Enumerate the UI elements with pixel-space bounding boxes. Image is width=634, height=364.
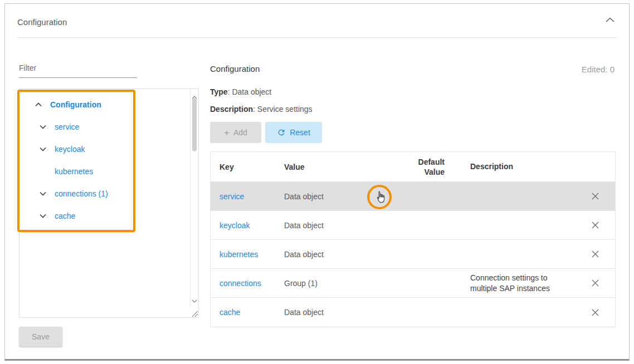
plus-icon: +: [224, 128, 230, 137]
tree-scrollbar[interactable]: [190, 89, 198, 307]
delete-row-button[interactable]: [590, 249, 601, 259]
type-value: : Data object: [228, 87, 272, 96]
tree-item-label: cache: [55, 211, 75, 220]
tree-item-label: service: [55, 122, 79, 131]
scrollbar-thumb[interactable]: [192, 98, 197, 151]
table-row-connections[interactable]: connections Group (1) Connection setting…: [211, 269, 615, 298]
chevron-down-icon[interactable]: [40, 191, 50, 196]
chevron-down-icon[interactable]: [40, 147, 50, 151]
tree-item-label: connections (1): [55, 189, 108, 198]
tree-item-kubernetes[interactable]: kubernetes: [19, 160, 198, 183]
description-line: Description: Service settings: [210, 105, 313, 114]
edited-counter: Edited: 0: [582, 65, 615, 74]
resize-grip[interactable]: [190, 309, 198, 317]
scroll-down-icon[interactable]: [192, 295, 197, 305]
table-row-cache[interactable]: cache Data object: [211, 298, 615, 327]
column-header-key: Key: [211, 163, 284, 171]
tree-item-keycloak[interactable]: keycloak: [19, 138, 198, 160]
chevron-down-icon[interactable]: [40, 214, 50, 218]
close-icon: [591, 221, 599, 229]
row-key[interactable]: keycloak: [211, 221, 284, 230]
tree-item-service[interactable]: service: [19, 116, 198, 138]
tree-item-label: keycloak: [55, 145, 85, 154]
table-row-service[interactable]: service Data object: [211, 182, 615, 211]
collapse-panel-button[interactable]: [606, 17, 615, 22]
table-row-keycloak[interactable]: keycloak Data object: [211, 211, 615, 240]
header-divider: [17, 37, 617, 38]
type-line: Type: Data object: [210, 87, 271, 96]
type-label: Type: [210, 87, 228, 96]
row-key[interactable]: service: [211, 192, 284, 201]
row-key[interactable]: cache: [211, 308, 284, 317]
row-key[interactable]: kubernetes: [211, 250, 284, 259]
selected-node-title: Configuration: [210, 64, 260, 73]
delete-row-button[interactable]: [590, 307, 601, 318]
refresh-icon: [277, 128, 286, 137]
add-button[interactable]: + Add: [210, 122, 261, 143]
row-description: Connection settings to multiple SAP inst…: [445, 273, 575, 294]
column-header-default-value: Default Value: [403, 157, 445, 177]
column-header-value: Value: [284, 163, 403, 171]
close-icon: [591, 250, 599, 258]
description-value: : Service settings: [253, 105, 313, 114]
reset-button[interactable]: Reset: [265, 122, 322, 143]
tree-item-configuration[interactable]: Configuration: [19, 94, 198, 116]
row-value: Group (1): [284, 279, 403, 288]
panel-title: Configuration: [17, 17, 67, 27]
close-icon: [591, 279, 599, 287]
save-button[interactable]: Save: [19, 327, 62, 347]
chevron-up-icon[interactable]: [35, 102, 46, 107]
delete-row-button[interactable]: [590, 220, 601, 230]
table-header-row: Key Value Default Value Description: [211, 152, 615, 182]
tree-item-label: kubernetes: [55, 167, 93, 176]
reset-button-label: Reset: [290, 128, 310, 137]
delete-row-button[interactable]: [590, 278, 601, 288]
configuration-panel: Configuration Configuration service keyc…: [4, 3, 630, 361]
description-label: Description: [210, 105, 253, 114]
row-key[interactable]: connections: [211, 279, 284, 288]
row-value: Data object: [284, 250, 403, 259]
tree-item-label: Configuration: [50, 100, 101, 109]
column-header-description: Description: [445, 161, 575, 172]
add-button-label: Add: [233, 128, 247, 137]
tree-item-cache[interactable]: cache: [19, 205, 198, 227]
row-value: Data object: [284, 221, 403, 230]
tree-item-connections[interactable]: connections (1): [19, 183, 198, 205]
config-table: Key Value Default Value Description serv…: [210, 151, 616, 327]
chevron-down-icon[interactable]: [40, 125, 50, 129]
delete-row-button[interactable]: [590, 191, 601, 201]
config-tree: Configuration service keycloak kubernete…: [19, 88, 199, 318]
chevron-up-icon: [606, 17, 615, 22]
row-value: Data object: [284, 308, 403, 317]
table-row-kubernetes[interactable]: kubernetes Data object: [211, 240, 615, 269]
close-icon: [591, 192, 599, 200]
filter-input[interactable]: [19, 58, 137, 78]
row-value: Data object: [284, 192, 403, 201]
close-icon: [591, 308, 599, 317]
